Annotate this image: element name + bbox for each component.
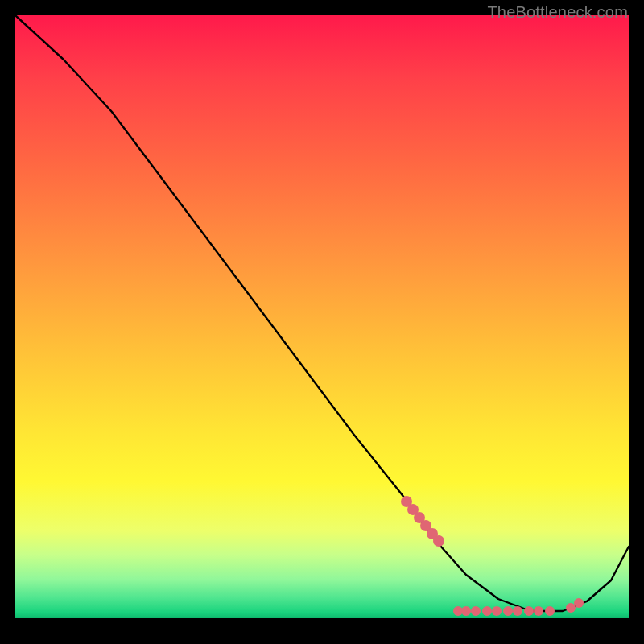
marker-dot [482, 606, 492, 616]
bottleneck-curve [15, 15, 629, 611]
marker-dot [433, 535, 444, 547]
marker-dot [574, 598, 584, 608]
marker-dot [534, 606, 543, 616]
marker-dot [524, 606, 534, 616]
marker-dot [513, 606, 522, 616]
gradient-plot-area [15, 15, 629, 629]
marker-dot [453, 606, 463, 616]
marker-dot [461, 606, 471, 616]
attribution-text: TheBottleneck.com [487, 3, 628, 22]
curve-layer [15, 15, 629, 629]
marker-dot [545, 606, 555, 616]
marker-group [401, 496, 584, 616]
marker-dot [566, 603, 576, 613]
marker-dot [471, 606, 481, 616]
marker-dot [407, 504, 419, 515]
curve-path-group [15, 15, 629, 611]
marker-dot [427, 528, 438, 539]
marker-dot [401, 496, 412, 507]
chart-stage: TheBottleneck.com [0, 0, 644, 644]
marker-dot [492, 606, 502, 616]
marker-dot [420, 520, 431, 531]
marker-dot [414, 512, 425, 523]
marker-dot [503, 606, 513, 616]
